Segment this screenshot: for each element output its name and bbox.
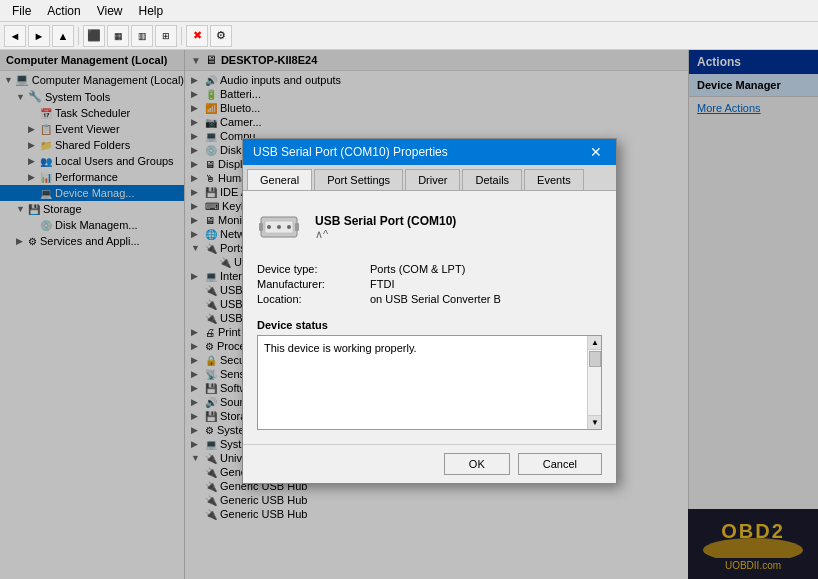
status-text: This device is working properly. — [264, 342, 417, 354]
modal-overlay: USB Serial Port (COM10) Properties ✕ Gen… — [0, 50, 818, 579]
toolbar-back[interactable]: ◄ — [4, 25, 26, 47]
tab-events[interactable]: Events — [524, 169, 584, 190]
svg-point-7 — [287, 225, 291, 229]
modal-tabs: General Port Settings Driver Details Eve… — [243, 165, 616, 191]
toolbar: ◄ ► ▲ ⬛ ▦ ▥ ⊞ ✖ ⚙ — [0, 22, 818, 50]
device-status-box: This device is working properly. ▲ ▼ — [257, 335, 602, 430]
toolbar-sep1 — [78, 27, 79, 45]
menu-action[interactable]: Action — [39, 2, 88, 20]
status-section-label: Device status — [257, 319, 602, 331]
toolbar-btn1[interactable]: ⬛ — [83, 25, 105, 47]
cancel-button[interactable]: Cancel — [518, 453, 602, 475]
prop-value-mfr: FTDI — [370, 278, 602, 290]
prop-label-loc: Location: — [257, 293, 362, 305]
svg-point-6 — [277, 225, 281, 229]
prop-label-mfr: Manufacturer: — [257, 278, 362, 290]
device-name-text: USB Serial Port (COM10) — [315, 214, 456, 228]
menubar: File Action View Help — [0, 0, 818, 22]
toolbar-btn3[interactable]: ▥ — [131, 25, 153, 47]
toolbar-cancel[interactable]: ✖ — [186, 25, 208, 47]
toolbar-btn2[interactable]: ▦ — [107, 25, 129, 47]
toolbar-settings[interactable]: ⚙ — [210, 25, 232, 47]
toolbar-btn4[interactable]: ⊞ — [155, 25, 177, 47]
device-icon-large — [257, 205, 301, 249]
menu-view[interactable]: View — [89, 2, 131, 20]
tab-driver[interactable]: Driver — [405, 169, 460, 190]
modal-footer: OK Cancel — [243, 444, 616, 483]
toolbar-forward[interactable]: ► — [28, 25, 50, 47]
toolbar-sep2 — [181, 27, 182, 45]
svg-rect-4 — [295, 223, 299, 231]
prop-value-loc: on USB Serial Converter B — [370, 293, 602, 305]
usb-device-icon — [259, 209, 299, 245]
device-name-block: USB Serial Port (COM10) ∧^ — [315, 214, 456, 241]
device-name-sub: ∧^ — [315, 228, 456, 241]
prop-label-type: Device type: — [257, 263, 362, 275]
scroll-up-arrow[interactable]: ▲ — [588, 336, 602, 350]
menu-file[interactable]: File — [4, 2, 39, 20]
svg-rect-3 — [259, 223, 263, 231]
menu-help[interactable]: Help — [131, 2, 172, 20]
tab-details[interactable]: Details — [462, 169, 522, 190]
properties-grid: Device type: Ports (COM & LPT) Manufactu… — [257, 263, 602, 305]
svg-point-5 — [267, 225, 271, 229]
main-layout: Computer Management (Local) ▼ 💻 Computer… — [0, 50, 818, 579]
scroll-down-arrow[interactable]: ▼ — [588, 415, 602, 429]
ok-button[interactable]: OK — [444, 453, 510, 475]
prop-value-type: Ports (COM & LPT) — [370, 263, 602, 275]
tab-general[interactable]: General — [247, 169, 312, 190]
modal-title: USB Serial Port (COM10) Properties — [253, 145, 448, 159]
modal-dialog: USB Serial Port (COM10) Properties ✕ Gen… — [242, 138, 617, 484]
scrollbar-thumb[interactable] — [589, 351, 601, 367]
modal-titlebar: USB Serial Port (COM10) Properties ✕ — [243, 139, 616, 165]
scrollbar-track[interactable]: ▲ ▼ — [587, 336, 601, 429]
modal-close-button[interactable]: ✕ — [586, 145, 606, 159]
modal-body: USB Serial Port (COM10) ∧^ Device type: … — [243, 191, 616, 444]
device-header: USB Serial Port (COM10) ∧^ — [257, 205, 602, 249]
tab-port-settings[interactable]: Port Settings — [314, 169, 403, 190]
toolbar-up[interactable]: ▲ — [52, 25, 74, 47]
